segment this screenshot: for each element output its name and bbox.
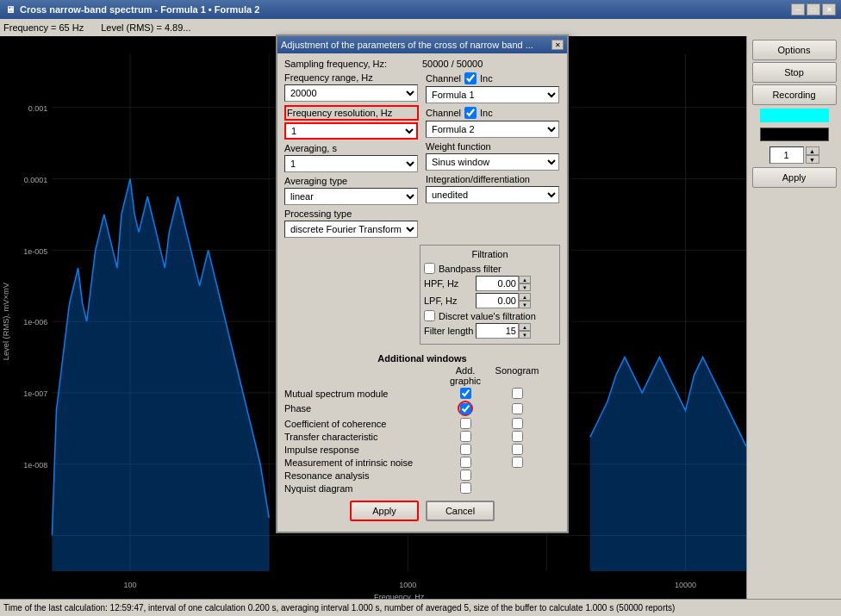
hpf-down-button[interactable]: ▼ [519,283,531,291]
add-graphic-checkbox-7[interactable] [460,482,471,494]
adjustment-dialog: Adjustment of the parameters of the cros… [276,34,569,533]
dialog-apply-button[interactable]: Apply [350,501,419,521]
lpf-label: LPF, Hz [424,296,476,306]
freq-resolution-select[interactable]: 1 [284,122,418,140]
stop-button[interactable]: Stop [752,62,837,83]
add-graphic-col-0 [439,388,491,399]
weight-function-select[interactable]: Sinus window [426,153,559,171]
svg-text:Level (RMS), mV×mV: Level (RMS), mV×mV [2,282,10,360]
freq-range-label: Frequency range, Hz [284,72,419,83]
bandpass-checkbox[interactable] [424,263,435,274]
discret-filter-label: Discret value's filtration [439,311,536,321]
add-graphic-col-2 [439,418,491,429]
options-button[interactable]: Options [752,40,837,60]
channel2-inc-checkbox[interactable] [464,107,477,119]
hpf-row: HPF, Hz ▲ ▼ [424,276,556,291]
channel2-select[interactable]: Formula 2 [426,121,559,138]
close-button[interactable]: ✕ [822,3,836,16]
channel1-row: Channel Inc [426,72,560,84]
freq-range-select[interactable]: 20000 [284,84,418,102]
discret-filter-checkbox[interactable] [424,310,435,321]
sonogram-checkbox-3[interactable] [512,431,523,442]
row-label-0: Mutual spectrum module [284,389,439,399]
phase-highlight [458,401,473,416]
filtration-section: Filtration Bandpass filter HPF, Hz ▲ ▼ L… [420,245,560,345]
level-display: Level (RMS) = 4.89... [101,22,190,33]
color-bar-cyan [760,109,829,122]
dialog-close-button[interactable]: ✕ [551,40,564,50]
row-label-4: Impulse response [284,445,439,455]
spinner-buttons: ▲ ▼ [806,146,819,164]
averaging-s-label: Averaging, s [284,143,419,153]
lpf-down-button[interactable]: ▼ [519,301,531,308]
checkbox-section: Add. graphic Sonogram Mutual spectrum mo… [284,365,560,494]
sonogram-checkbox-5[interactable] [512,457,523,468]
dialog-footer: Apply Cancel [284,495,560,526]
hpf-up-button[interactable]: ▲ [519,276,531,283]
add-graphic-checkbox-5[interactable] [460,457,471,468]
recording-button[interactable]: Recording [752,84,837,105]
sonogram-checkbox-4[interactable] [512,444,523,455]
sonogram-col-5 [491,457,543,468]
add-graphic-checkbox-0[interactable] [460,388,471,399]
averaging-type-select[interactable]: linear [284,188,418,205]
channel1-label: Channel [426,73,461,84]
hpf-input[interactable] [476,276,519,291]
dialog-cancel-button[interactable]: Cancel [426,501,495,521]
svg-text:Frequency, Hz: Frequency, Hz [374,593,425,599]
top-info-bar: Frequency = 65 Hz Level (RMS) = 4.89... [0,19,841,36]
maximize-button[interactable]: □ [807,3,820,16]
lpf-up-button[interactable]: ▲ [519,293,531,301]
add-graphic-col-4 [439,444,491,455]
minimize-button[interactable]: ─ [791,3,805,16]
add-graphic-checkbox-2[interactable] [460,418,471,429]
sonogram-checkbox-1[interactable] [512,403,523,414]
integration-label: Integration/differentiation [426,174,560,184]
channel2-row: Channel Inc [426,107,560,119]
processing-type-select[interactable]: discrete Fourier Transform [284,221,418,238]
lpf-input[interactable] [476,293,519,308]
add-graphic-checkbox-1[interactable] [460,403,471,414]
two-col-section: Frequency range, Hz 20000 Frequency reso… [284,72,560,238]
status-text: Time of the last calculation: 12:59:47, … [3,603,675,613]
add-graphic-col-7 [439,482,491,494]
spinner-up-button[interactable]: ▲ [806,146,819,155]
filtration-area: Filtration Bandpass filter HPF, Hz ▲ ▼ L… [284,241,560,348]
channel1-inc-checkbox[interactable] [464,72,477,84]
filter-length-down-button[interactable]: ▼ [519,331,531,339]
add-graphic-checkbox-4[interactable] [460,444,471,455]
spinner-down-button[interactable]: ▼ [806,155,819,164]
lpf-spinners: ▲ ▼ [519,293,531,308]
weight-function-label: Weight function [426,141,560,152]
dialog-content: Sampling frequency, Hz: 50000 / 50000 Fr… [277,53,567,532]
status-bar: Time of the last calculation: 12:59:47, … [0,599,841,616]
add-graphic-checkbox-6[interactable] [460,470,471,481]
filter-length-up-button[interactable]: ▲ [519,323,531,331]
list-item: Nyquist diagram [284,482,560,494]
add-graphic-checkbox-3[interactable] [460,431,471,442]
row-label-5: Measurement of intrinsic noise [284,457,439,468]
channel1-select[interactable]: Formula 1 [426,86,559,103]
filter-length-input[interactable] [476,323,519,339]
channel1-inc-label: Inc [480,73,493,84]
frequency-display: Frequency = 65 Hz [3,22,84,33]
row-label-6: Resonance analysis [284,470,439,481]
dialog-title: Adjustment of the parameters of the cros… [281,40,551,50]
sonogram-col-1 [491,403,543,414]
list-item: Resonance analysis [284,470,560,481]
add-graphic-header: Add. graphic [439,365,491,386]
filter-length-spinners: ▲ ▼ [519,323,531,339]
spinner-input[interactable]: 1 [769,146,804,164]
add-graphic-col-6 [439,470,491,481]
integration-select[interactable]: unedited [426,186,559,203]
right-panel: Options Stop Recording 1 ▲ ▼ Apply [746,36,841,599]
svg-text:10000: 10000 [675,580,696,588]
svg-text:1e-007: 1e-007 [23,389,47,398]
sonogram-checkbox-2[interactable] [512,418,523,429]
filtration-left [284,241,416,348]
svg-text:1e-005: 1e-005 [23,246,47,255]
sonogram-checkbox-0[interactable] [512,388,523,399]
averaging-s-select[interactable]: 1 [284,155,418,172]
apply-right-button[interactable]: Apply [752,167,837,188]
dialog-title-bar: Adjustment of the parameters of the cros… [277,36,567,53]
